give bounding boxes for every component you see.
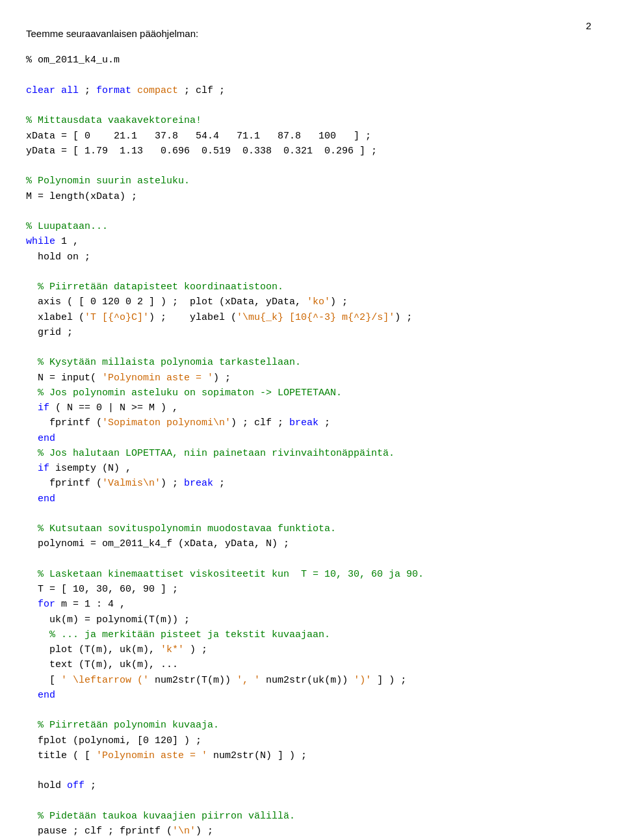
code-block: % om_2011_k4_u.m clear all ; format comp… [26, 53, 592, 840]
page-number: 2 [586, 20, 592, 34]
intro-text: Teemme seuraavanlaisen pääohjelman: [26, 26, 592, 41]
